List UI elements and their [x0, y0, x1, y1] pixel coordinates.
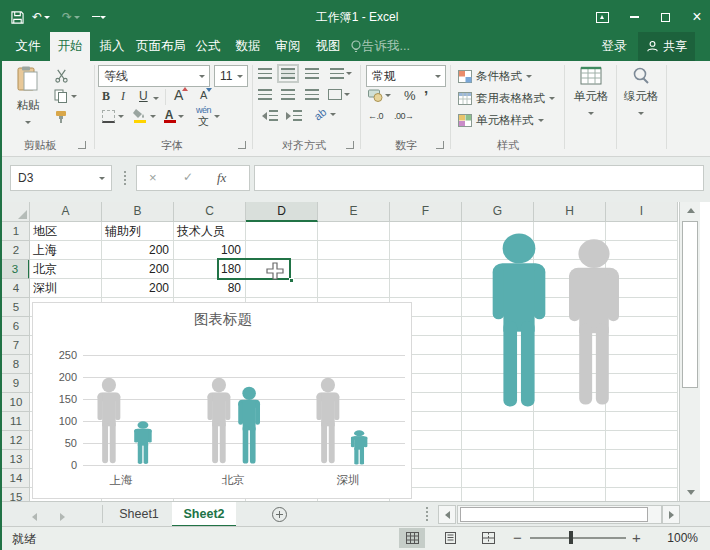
- tab-data[interactable]: 数据: [228, 32, 268, 61]
- zoom-slider-thumb[interactable]: [569, 531, 573, 544]
- cell-a4[interactable]: 深圳: [33, 280, 99, 297]
- cell-b3[interactable]: 200: [103, 261, 169, 278]
- formula-input[interactable]: [254, 165, 704, 191]
- align-top-button[interactable]: [258, 68, 272, 79]
- column-header-c[interactable]: C: [174, 202, 246, 222]
- view-normal-button[interactable]: [399, 528, 425, 548]
- fill-color-button[interactable]: [132, 108, 156, 124]
- large-person-shape-gray[interactable]: [557, 238, 631, 408]
- row-header-6[interactable]: 6: [2, 317, 30, 336]
- number-format-combo[interactable]: 常规: [366, 65, 446, 87]
- column-header-h[interactable]: H: [534, 202, 606, 222]
- tab-insert[interactable]: 插入: [92, 32, 132, 61]
- fx-icon[interactable]: fx: [217, 170, 226, 186]
- tab-file[interactable]: 文件: [6, 32, 50, 61]
- minimize-button[interactable]: [619, 2, 649, 32]
- font-size-caret-icon[interactable]: [237, 75, 243, 78]
- font-name-caret-icon[interactable]: [199, 75, 205, 78]
- cell-a2[interactable]: 上海: [33, 242, 99, 259]
- column-header-b[interactable]: B: [102, 202, 174, 222]
- tell-me-box[interactable]: 告诉我...: [362, 32, 426, 61]
- name-box[interactable]: D3: [10, 165, 112, 191]
- find-caret-icon[interactable]: [638, 112, 644, 115]
- cs-caret-icon[interactable]: [538, 119, 544, 122]
- tab-scroll-splitter[interactable]: [426, 507, 428, 521]
- font-name-combo[interactable]: 等线: [98, 65, 210, 87]
- close-button[interactable]: ×: [682, 2, 710, 32]
- chart-person-teal[interactable]: [233, 386, 265, 465]
- increase-indent-button[interactable]: [286, 110, 302, 121]
- cell-c2[interactable]: 100: [175, 242, 241, 259]
- alignment-dialog-launcher[interactable]: [346, 141, 354, 149]
- borders-button[interactable]: [102, 110, 124, 123]
- column-header-f[interactable]: F: [390, 202, 462, 222]
- enter-icon[interactable]: ✓: [183, 170, 193, 184]
- increase-decimal-button[interactable]: ←.0: [368, 111, 383, 121]
- format-as-table-button[interactable]: 套用表格格式: [458, 88, 555, 108]
- maximize-button[interactable]: [650, 2, 680, 32]
- copy-caret-icon[interactable]: [71, 95, 77, 98]
- number-format-caret-icon[interactable]: [435, 75, 441, 78]
- horizontal-scrollbar[interactable]: [457, 505, 662, 524]
- column-header-i[interactable]: I: [606, 202, 678, 222]
- cells-button[interactable]: 单元格: [568, 66, 614, 118]
- hscroll-left-button[interactable]: [438, 505, 456, 524]
- conditional-formatting-button[interactable]: 条件格式: [458, 66, 532, 86]
- merge-center-button[interactable]: [328, 89, 350, 100]
- row-header-13[interactable]: 13: [2, 450, 30, 469]
- cell-b1[interactable]: 辅助列: [105, 223, 171, 240]
- row-header-9[interactable]: 9: [2, 374, 30, 393]
- column-header-d[interactable]: D: [246, 202, 318, 222]
- fat-caret-icon[interactable]: [549, 97, 555, 100]
- row-header-15[interactable]: 15: [2, 488, 30, 501]
- cancel-icon[interactable]: ×: [149, 170, 157, 185]
- name-box-caret-icon[interactable]: [99, 177, 105, 180]
- row-header-3[interactable]: 3: [2, 260, 30, 279]
- comma-style-button[interactable]: ’: [424, 87, 428, 104]
- cell-c1[interactable]: 技术人员: [177, 223, 247, 240]
- copy-button[interactable]: [54, 89, 77, 103]
- ribbon-display-options-button[interactable]: [587, 2, 617, 32]
- column-header-e[interactable]: E: [318, 202, 390, 222]
- borders-caret-icon[interactable]: [118, 115, 124, 118]
- cell-a1[interactable]: 地区: [33, 223, 99, 240]
- bold-button[interactable]: B: [102, 89, 110, 104]
- font-color-button[interactable]: A: [162, 108, 184, 124]
- paste-button[interactable]: 粘贴: [10, 66, 46, 127]
- phonetic-caret-icon[interactable]: [214, 115, 220, 118]
- chart-person-teal[interactable]: [347, 430, 371, 465]
- align-middle-button[interactable]: [281, 68, 295, 79]
- share-button[interactable]: 共享: [638, 32, 695, 61]
- sheet-tab-sheet1[interactable]: Sheet1: [110, 502, 168, 527]
- row-header-7[interactable]: 7: [2, 336, 30, 355]
- row-header-14[interactable]: 14: [2, 469, 30, 488]
- chart-person-gray[interactable]: [92, 377, 126, 465]
- scroll-up-button[interactable]: [680, 202, 701, 219]
- grow-font-button[interactable]: A: [174, 87, 183, 103]
- row-header-2[interactable]: 2: [2, 241, 30, 260]
- align-bottom-button[interactable]: [305, 68, 319, 79]
- underline-button[interactable]: U: [139, 89, 148, 103]
- accounting-format-button[interactable]: [368, 89, 391, 102]
- find-select-button[interactable]: 缐元格: [620, 66, 662, 118]
- zoom-out-button[interactable]: −: [513, 526, 522, 550]
- view-page-break-button[interactable]: [475, 528, 501, 548]
- align-left-button[interactable]: [258, 89, 272, 100]
- align-right-button[interactable]: [305, 89, 319, 100]
- row-header-1[interactable]: 1: [2, 222, 30, 241]
- tab-formulas[interactable]: 公式: [188, 32, 228, 61]
- login-button[interactable]: 登录: [594, 32, 634, 61]
- tab-page-layout[interactable]: 页面布局: [132, 32, 190, 61]
- cf-caret-icon[interactable]: [526, 75, 532, 78]
- font-color-caret-icon[interactable]: [178, 115, 184, 118]
- wrap-text-button[interactable]: [330, 68, 352, 79]
- cell-b2[interactable]: 200: [103, 242, 169, 259]
- cell-styles-button[interactable]: 单元格样式: [458, 110, 544, 130]
- row-header-10[interactable]: 10: [2, 393, 30, 412]
- vertical-scrollbar-thumb[interactable]: [682, 221, 698, 388]
- vertical-scrollbar[interactable]: [679, 202, 700, 501]
- zoom-slider-track[interactable]: [530, 537, 626, 539]
- zoom-in-button[interactable]: +: [632, 526, 641, 550]
- chart-person-gray[interactable]: [202, 377, 236, 465]
- orientation-caret-icon[interactable]: [330, 113, 336, 116]
